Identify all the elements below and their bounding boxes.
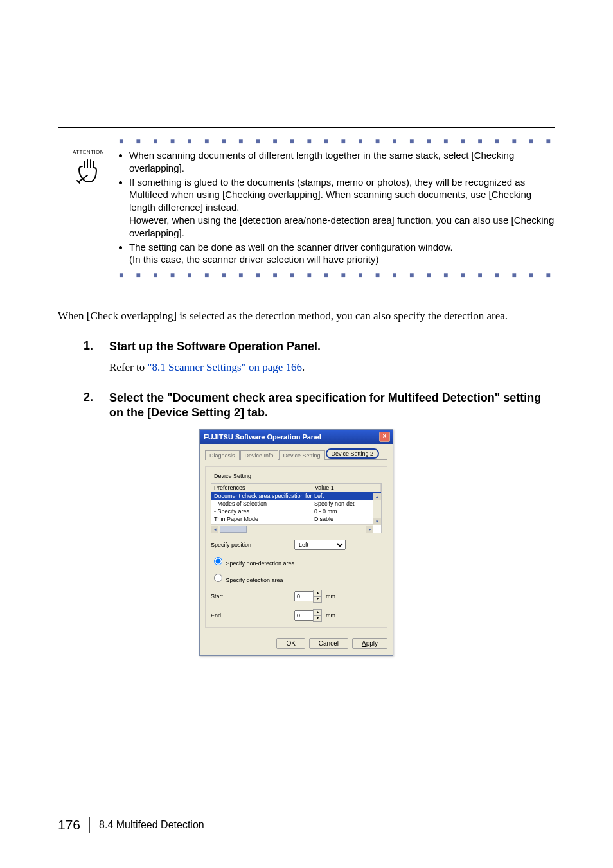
attention-bullet-3-paren: (In this case, the scanner driver select…	[129, 253, 555, 266]
specify-position-select[interactable]: Left	[294, 540, 346, 550]
tab-device-info[interactable]: Device Info	[240, 450, 278, 460]
end-label: End	[211, 612, 294, 619]
lv-header-preferences[interactable]: Preferences	[211, 484, 312, 492]
attention-bullet-3: The setting can be done as well on the s…	[129, 242, 453, 252]
attention-bullet-2-tail: However, when using the [detection area/…	[129, 214, 555, 240]
step-2-number: 2.	[58, 391, 109, 657]
lv-header-value1[interactable]: Value 1	[312, 484, 381, 492]
listview-vertical-scrollbar[interactable]: ▴ ▾	[373, 493, 381, 525]
lv-row-specify-area[interactable]: - Specify area 0 - 0 mm	[211, 508, 381, 515]
attention-text: When scanning documents of different len…	[119, 149, 555, 267]
start-input[interactable]	[294, 591, 314, 601]
decorative-squares-top: ■ ■ ■ ■ ■ ■ ■ ■ ■ ■ ■ ■ ■ ■ ■ ■ ■ ■ ■ ■ …	[119, 137, 555, 145]
decorative-squares-bottom: ■ ■ ■ ■ ■ ■ ■ ■ ■ ■ ■ ■ ■ ■ ■ ■ ■ ■ ■ ■ …	[119, 271, 555, 279]
spin-down-icon[interactable]: ▾	[313, 616, 322, 622]
device-setting-group-label: Device Setting	[212, 473, 253, 479]
step-1-refer-pre: Refer to	[109, 361, 147, 373]
end-input[interactable]	[294, 610, 314, 621]
tab-diagnosis[interactable]: Diagnosis	[205, 450, 240, 460]
radio-detection-input[interactable]	[214, 574, 222, 582]
end-spinner[interactable]: ▴▾	[313, 609, 322, 622]
attention-bullet-2: If something is glued to the documents (…	[129, 177, 531, 213]
step-2-title: Select the "Document check area specific…	[109, 391, 555, 421]
step-1-refer-link[interactable]: "8.1 Scanner Settings" on page 166	[147, 361, 302, 373]
ok-button[interactable]: OK	[276, 638, 305, 649]
body-paragraph: When [Check overlapping] is selected as …	[58, 310, 555, 323]
step-1-refer-post: .	[302, 361, 305, 373]
specify-position-label: Specify position	[211, 542, 294, 548]
step-1-title: Start up the Software Operation Panel.	[109, 339, 555, 354]
preferences-listview[interactable]: Preferences Value 1 Document check area …	[211, 483, 382, 533]
lv-row-thin-paper-mode[interactable]: Thin Paper Mode Disable	[211, 515, 381, 523]
page-number: 176	[58, 817, 80, 833]
radio-specify-non-detection-area[interactable]: Specify non-detection area	[211, 555, 382, 567]
dialog-window: FUJITSU Software Operation Panel × Diagn…	[199, 429, 393, 656]
step-1-text: Refer to "8.1 Scanner Settings" on page …	[109, 361, 555, 374]
tab-device-setting[interactable]: Device Setting	[279, 450, 325, 460]
tab-device-setting-2[interactable]: Device Setting 2	[326, 448, 380, 459]
tab-strip: Diagnosis Device Info Device Setting Dev…	[205, 449, 387, 460]
attention-bullet-1: When scanning documents of different len…	[129, 150, 514, 173]
footer-section-title: 8.4 Multifeed Detection	[99, 819, 204, 831]
footer-separator	[89, 817, 90, 833]
spin-up-icon[interactable]: ▴	[313, 609, 322, 616]
start-spinner[interactable]: ▴▾	[313, 590, 322, 603]
radio-non-detection-input[interactable]	[214, 557, 222, 565]
listview-horizontal-scrollbar[interactable]: ◂ ▸	[211, 524, 373, 533]
lv-row-modes-of-selection[interactable]: - Modes of Selection Specify non-det	[211, 500, 381, 508]
dialog-titlebar: FUJITSU Software Operation Panel ×	[200, 430, 393, 444]
attention-block: ■ ■ ■ ■ ■ ■ ■ ■ ■ ■ ■ ■ ■ ■ ■ ■ ■ ■ ■ ■ …	[58, 137, 555, 279]
scroll-left-icon[interactable]: ◂	[211, 526, 218, 533]
spin-up-icon[interactable]: ▴	[313, 590, 322, 596]
dialog-title: FUJITSU Software Operation Panel	[204, 433, 321, 441]
scroll-right-icon[interactable]: ▸	[366, 526, 373, 533]
radio-specify-detection-area[interactable]: Specify detection area	[211, 572, 382, 583]
page-footer: 176 8.4 Multifeed Detection	[58, 817, 555, 833]
step-1: 1. Start up the Software Operation Panel…	[58, 339, 555, 373]
attention-label: ATTENTION	[58, 149, 119, 155]
scroll-up-icon[interactable]: ▴	[373, 493, 381, 500]
scroll-down-icon[interactable]: ▾	[373, 518, 381, 525]
step-1-number: 1.	[58, 339, 109, 373]
step-2: 2. Select the "Document check area speci…	[58, 391, 555, 657]
attention-hand-icon	[58, 156, 119, 187]
specify-area-radio-group: Specify non-detection area Specify detec…	[211, 555, 382, 583]
start-unit: mm	[326, 593, 335, 599]
apply-button-label-first: A	[362, 640, 366, 647]
spin-down-icon[interactable]: ▾	[313, 596, 322, 603]
cancel-button[interactable]: Cancel	[309, 638, 348, 649]
apply-button[interactable]: Apply	[352, 638, 387, 649]
device-setting-group: Device Setting Preferences Value 1 Docum…	[205, 466, 387, 628]
end-unit: mm	[326, 612, 335, 619]
page-divider	[58, 127, 555, 128]
close-icon[interactable]: ×	[379, 432, 390, 442]
lv-row-document-check-area[interactable]: Document check area specification for ..…	[211, 492, 381, 500]
start-label: Start	[211, 593, 294, 599]
scroll-thumb[interactable]	[220, 526, 247, 533]
